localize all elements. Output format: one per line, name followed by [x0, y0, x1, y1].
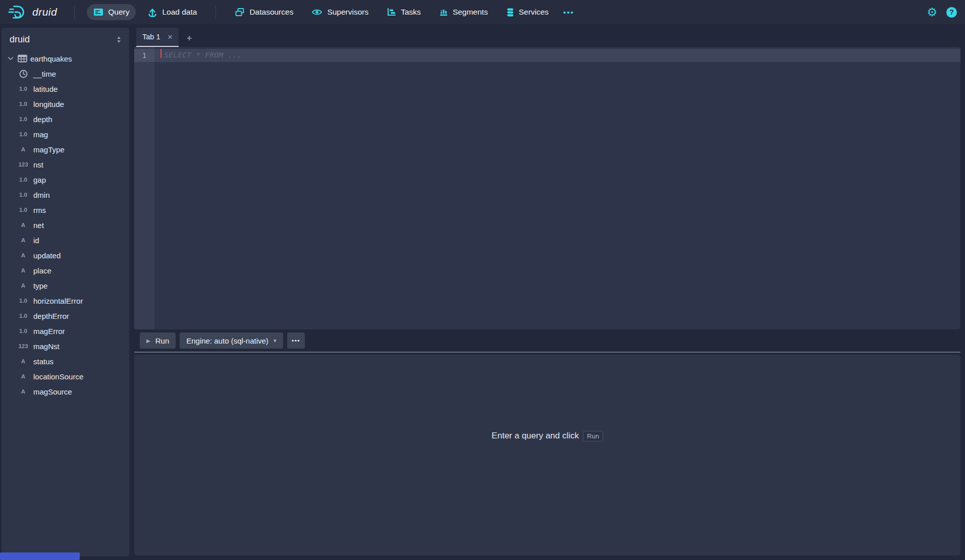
float-type-icon: 1.0 [17, 116, 30, 122]
column-item[interactable]: 123 magNst [2, 339, 129, 354]
column-name: magType [33, 145, 65, 154]
schema-sidebar: druid earthquakes [2, 28, 129, 556]
nav-item-load-data[interactable]: Load data [141, 4, 203, 21]
double-caret-vertical-icon[interactable] [116, 35, 122, 44]
column-item[interactable]: A updated [2, 248, 129, 263]
more-menu-icon[interactable]: ••• [560, 5, 577, 20]
column-item[interactable]: 1.0 mag [2, 127, 129, 142]
clock-icon [17, 70, 30, 78]
empty-results-message: Enter a query and click Run [492, 431, 603, 441]
engine-dropdown[interactable]: Engine: auto (sql-native) ▾ [180, 332, 283, 349]
message-text: Enter a query and click [492, 431, 579, 441]
query-workspace: Tab 1 ✕ + 1 SELECT * FROM ... ▶ Run Engi… [134, 28, 960, 555]
nav-item-segments[interactable]: Segments [433, 4, 495, 20]
column-tree: earthquakes __time 1.0 latitude 1.0 long… [2, 51, 129, 399]
nav-label-tasks: Tasks [401, 8, 421, 17]
tab-1[interactable]: Tab 1 ✕ [136, 28, 179, 47]
help-icon[interactable]: ? [946, 7, 957, 18]
column-name: type [33, 282, 47, 290]
column-item[interactable]: 1.0 horizontalError [2, 293, 129, 308]
string-type-icon: A [17, 267, 30, 273]
schema-name: druid [10, 34, 30, 45]
string-type-icon: A [17, 252, 30, 258]
float-type-icon: 1.0 [17, 86, 30, 92]
column-name: magNst [33, 342, 60, 351]
column-item[interactable]: 1.0 latitude [2, 81, 129, 96]
nav-item-services[interactable]: Services [500, 4, 555, 21]
column-item[interactable]: A magSource [2, 384, 129, 399]
editor-placeholder: SELECT * FROM ... [164, 48, 242, 62]
column-item[interactable]: 1.0 rms [2, 202, 129, 217]
run-controls: ▶ Run Engine: auto (sql-native) ▾ ••• [134, 329, 960, 352]
column-item[interactable]: 123 nst [2, 157, 129, 172]
float-type-icon: 1.0 [17, 298, 30, 304]
run-button[interactable]: ▶ Run [140, 332, 176, 349]
column-name: rms [33, 206, 46, 214]
nav-item-query[interactable]: Query [87, 4, 136, 20]
more-options-button[interactable]: ••• [287, 332, 305, 349]
column-name: magSource [33, 387, 72, 396]
horizontal-scrollbar-thumb[interactable] [0, 552, 80, 560]
number-type-icon: 123 [17, 161, 30, 167]
column-item[interactable]: 1.0 longitude [2, 96, 129, 111]
add-tab-icon[interactable]: + [186, 33, 192, 43]
brand-name: druid [32, 6, 57, 18]
column-item[interactable]: A net [2, 217, 129, 233]
results-panel: Enter a query and click Run [134, 355, 960, 555]
nav-item-tasks[interactable]: Tasks [380, 4, 427, 20]
float-type-icon: 1.0 [17, 101, 30, 107]
column-name: depthError [33, 312, 69, 320]
close-icon[interactable]: ✕ [167, 33, 173, 41]
gear-icon[interactable]: ⚙ [927, 7, 937, 18]
column-item[interactable]: __time [2, 66, 129, 81]
column-name: place [33, 266, 51, 275]
nav-item-supervisors[interactable]: Supervisors [305, 4, 375, 20]
column-name: mag [33, 130, 48, 139]
table-icon [18, 54, 27, 63]
column-item[interactable]: A magType [2, 142, 129, 157]
nav-label-supervisors: Supervisors [327, 8, 368, 17]
column-item[interactable]: 1.0 depth [2, 111, 129, 127]
column-item[interactable]: A type [2, 278, 129, 293]
column-name: horizontalError [33, 297, 83, 305]
column-item[interactable]: 1.0 depthError [2, 308, 129, 323]
column-name: nst [33, 160, 43, 169]
engine-label: Engine: auto (sql-native) [186, 337, 269, 345]
column-item[interactable]: A locationSource [2, 369, 129, 384]
column-item[interactable]: 1.0 magError [2, 323, 129, 339]
column-name: gap [33, 176, 46, 184]
druid-logo-icon [8, 4, 27, 20]
editor-active-line: 1 [134, 49, 960, 62]
nav-label-load-data: Load data [162, 8, 197, 17]
column-name: magError [33, 327, 65, 335]
column-name: latitude [33, 85, 58, 93]
panel-divider[interactable] [134, 352, 960, 353]
text-cursor [160, 49, 162, 58]
bar-chart-icon [439, 8, 448, 17]
nav-label-services: Services [519, 8, 549, 17]
line-number: 1 [134, 49, 154, 62]
float-type-icon: 1.0 [17, 313, 30, 319]
editor-gutter [134, 47, 154, 329]
string-type-icon: A [17, 237, 30, 243]
sql-editor[interactable]: 1 SELECT * FROM ... [134, 47, 960, 329]
column-item[interactable]: 1.0 dmin [2, 187, 129, 202]
tab-label: Tab 1 [142, 33, 160, 41]
column-item[interactable]: A place [2, 263, 129, 278]
string-type-icon: A [17, 146, 30, 152]
chevron-down-icon[interactable] [7, 55, 15, 62]
column-name: updated [33, 251, 61, 260]
database-icon [506, 8, 514, 17]
caret-down-icon: ▾ [274, 337, 277, 344]
string-type-icon: A [17, 222, 30, 228]
query-console-icon [93, 8, 103, 16]
nav-item-datasources[interactable]: Datasources [228, 4, 300, 20]
column-name: id [33, 236, 39, 245]
column-item[interactable]: A id [2, 233, 129, 248]
druid-logo[interactable]: druid [8, 4, 57, 20]
column-name: __time [33, 70, 56, 78]
column-name: status [33, 357, 53, 366]
column-item[interactable]: A status [2, 354, 129, 369]
column-item[interactable]: 1.0 gap [2, 172, 129, 187]
table-item-earthquakes[interactable]: earthquakes [2, 51, 129, 66]
